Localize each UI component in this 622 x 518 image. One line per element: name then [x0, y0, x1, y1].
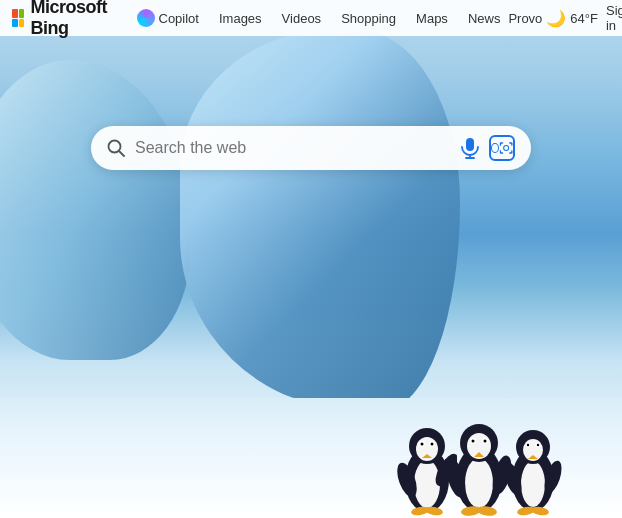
svg-rect-44 [466, 138, 474, 151]
ms-logo-yellow [19, 19, 25, 28]
svg-point-32 [527, 444, 529, 446]
search-actions [461, 135, 515, 161]
nav-videos[interactable]: Videos [274, 0, 330, 36]
svg-point-27 [521, 461, 545, 507]
svg-point-6 [421, 443, 424, 446]
nav-shopping-label: Shopping [341, 11, 396, 26]
nav-news[interactable]: News [460, 0, 509, 36]
nav-videos-label: Videos [282, 11, 322, 26]
top-navigation: Microsoft Bing Copilot Images Videos Sho… [0, 0, 622, 36]
nav-images-label: Images [219, 11, 262, 26]
microphone-icon[interactable] [461, 137, 479, 159]
sign-in-label: Sign in [606, 3, 622, 33]
search-icon [107, 139, 125, 157]
visual-search-icon[interactable] [489, 135, 515, 161]
nav-links: Copilot Images Videos Shopping Maps News [129, 0, 509, 36]
sign-in-button[interactable]: Sign in [606, 3, 622, 33]
nav-copilot[interactable]: Copilot [129, 0, 207, 36]
penguins-area [397, 403, 562, 518]
copilot-icon [137, 9, 155, 27]
search-input[interactable] [135, 139, 451, 157]
svg-point-47 [503, 146, 508, 151]
temperature-label: 64°F [570, 11, 598, 26]
nav-shopping[interactable]: Shopping [333, 0, 404, 36]
ms-logo-green [19, 9, 25, 18]
svg-point-1 [414, 460, 440, 508]
penguin-2 [447, 403, 512, 518]
search-container [0, 36, 622, 170]
search-bar [91, 126, 531, 170]
svg-point-21 [484, 440, 487, 443]
svg-line-43 [119, 151, 124, 156]
copilot-label: Copilot [159, 11, 199, 26]
svg-point-34 [537, 444, 539, 446]
ms-logo-blue [12, 19, 18, 28]
ms-logo-red [12, 9, 18, 18]
svg-point-14 [465, 458, 493, 508]
penguin-3 [504, 410, 562, 518]
svg-point-8 [431, 443, 434, 446]
microsoft-logo [12, 9, 24, 27]
logo-area[interactable]: Microsoft Bing [12, 0, 113, 39]
weather-icon: 🌙 [546, 9, 566, 28]
nav-images[interactable]: Images [211, 0, 270, 36]
location-label: Provo [508, 11, 542, 26]
location-info: Provo 🌙 64°F [508, 9, 598, 28]
bing-wordmark: Microsoft Bing [30, 0, 112, 39]
nav-maps[interactable]: Maps [408, 0, 456, 36]
nav-maps-label: Maps [416, 11, 448, 26]
svg-point-19 [472, 440, 475, 443]
nav-right: Provo 🌙 64°F Sign in 5 🏆 Mobile [508, 3, 622, 33]
nav-news-label: News [468, 11, 501, 26]
